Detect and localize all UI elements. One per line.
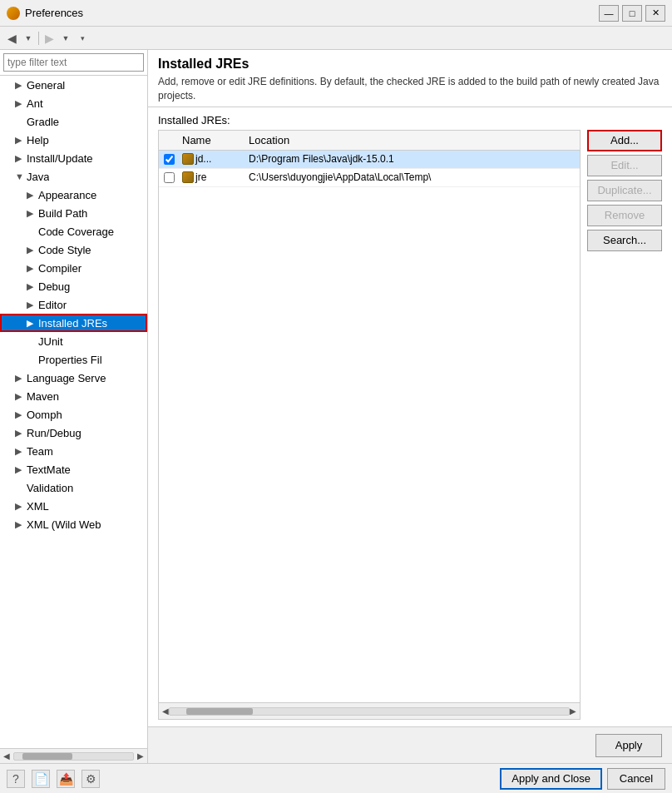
tree-arrow-debug: ▶ (27, 281, 38, 292)
footer-icons: ? 📄 📤 ⚙ (7, 770, 500, 788)
forward-button[interactable]: ▶ (41, 30, 57, 47)
tree-arrow-ant: ▶ (15, 98, 27, 109)
sidebar-item-code-coverage[interactable]: Code Coverage (0, 222, 147, 240)
search-box (0, 50, 147, 76)
tree-arrow-install-update: ▶ (15, 153, 27, 164)
tree-arrow-appearance: ▶ (27, 190, 38, 201)
sidebar-item-junit[interactable]: JUnit (0, 332, 147, 350)
settings-icon[interactable]: ⚙ (82, 770, 100, 788)
minimize-button[interactable]: — (599, 5, 619, 22)
hscroll-track[interactable] (169, 707, 570, 716)
close-button[interactable]: ✕ (645, 5, 665, 22)
sidebar-item-install-update[interactable]: ▶Install/Update (0, 149, 147, 167)
sidebar-item-run-debug[interactable]: ▶Run/Debug (0, 424, 147, 442)
help-icon[interactable]: ? (7, 770, 25, 788)
jres-buttons: Add... Edit... Duplicate... Remove Searc… (587, 130, 662, 720)
sidebar-item-team[interactable]: ▶Team (0, 442, 147, 460)
forward-dropdown-button[interactable]: ▼ (57, 30, 74, 47)
sidebar-item-compiler[interactable]: ▶Compiler (0, 259, 147, 277)
tree-arrow-textmate: ▶ (15, 464, 27, 475)
sidebar-item-general[interactable]: ▶General (0, 76, 147, 94)
sidebar-item-textmate[interactable]: ▶TextMate (0, 460, 147, 478)
apply-and-close-button[interactable]: Apply and Close (500, 768, 602, 790)
panel-content: Installed JREs: Name Location (148, 107, 672, 726)
sidebar-label-team: Team (27, 445, 53, 458)
hscroll-left[interactable]: ◀ (162, 706, 169, 716)
sidebar-scroll-right[interactable]: ▶ (137, 751, 144, 761)
sidebar-item-validation[interactable]: Validation (0, 478, 147, 497)
sidebar-item-code-style[interactable]: ▶Code Style (0, 240, 147, 259)
table-scrollbar: ◀ ▶ (159, 702, 580, 719)
sidebar-item-oomph[interactable]: ▶Oomph (0, 405, 147, 424)
tree-arrow-editor: ▶ (27, 300, 38, 310)
sidebar-item-debug[interactable]: ▶Debug (0, 277, 147, 295)
back-button[interactable]: ◀ (3, 30, 20, 47)
toolbar: ◀ ▼ ▶ ▼ ▾ (0, 27, 672, 50)
sidebar-item-installed-jres[interactable]: ▶Installed JREs (0, 314, 147, 332)
restore-defaults-icon[interactable]: 📄 (32, 770, 50, 788)
jre-checkbox-2[interactable] (164, 172, 175, 183)
tree-arrow-code-style: ▶ (27, 245, 38, 255)
sidebar-item-appearance[interactable]: ▶Appearance (0, 186, 147, 204)
sidebar-label-maven: Maven (27, 390, 59, 403)
td-location-1: D:\Program Files\Java\jdk-15.0.1 (245, 153, 580, 165)
duplicate-button[interactable]: Duplicate... (587, 180, 662, 201)
toolbar-separator (38, 32, 39, 45)
maximize-button[interactable]: □ (622, 5, 642, 22)
app-icon (7, 7, 20, 20)
bottom-bar: Apply (148, 726, 672, 763)
apply-button[interactable]: Apply (595, 734, 662, 757)
import-icon[interactable]: 📤 (57, 770, 75, 788)
sidebar-label-ant: Ant (27, 97, 43, 110)
sidebar-item-properties-fil[interactable]: Properties Fil (0, 350, 147, 369)
sidebar-item-maven[interactable]: ▶Maven (0, 387, 147, 405)
sidebar-item-xml[interactable]: ▶XML (0, 497, 147, 515)
sidebar-label-editor: Editor (38, 299, 67, 311)
footer-bar: ? 📄 📤 ⚙ Apply and Close Cancel (0, 763, 672, 793)
th-location: Location (245, 134, 580, 146)
cancel-button[interactable]: Cancel (607, 768, 665, 790)
main-container: ◀ ▼ ▶ ▼ ▾ ▶General▶AntGradle▶Help▶Instal… (0, 27, 672, 793)
back-dropdown-button[interactable]: ▼ (20, 30, 37, 47)
sidebar-item-editor[interactable]: ▶Editor (0, 295, 147, 314)
sidebar-label-code-style: Code Style (38, 244, 91, 256)
search-input[interactable] (3, 53, 144, 72)
jre-checkbox-1[interactable] (164, 154, 175, 165)
hscroll-right[interactable]: ▶ (570, 706, 576, 716)
tree-arrow-build-path: ▶ (27, 208, 38, 219)
sidebar-item-xml-wild-web[interactable]: ▶XML (Wild Web (0, 515, 147, 533)
tree-arrow-xml: ▶ (15, 501, 27, 512)
panel-header: Installed JREs Add, remove or edit JRE d… (148, 50, 672, 107)
sidebar-item-gradle[interactable]: Gradle (0, 112, 147, 131)
add-button[interactable]: Add... (587, 130, 662, 151)
sidebar-item-java[interactable]: ▼Java (0, 167, 147, 186)
jres-area: Name Location jd... (158, 130, 662, 720)
sidebar-label-run-debug: Run/Debug (27, 427, 82, 439)
sidebar-label-xml: XML (27, 500, 49, 513)
sidebar-item-language-serve[interactable]: ▶Language Serve (0, 369, 147, 387)
table-header: Name Location (159, 131, 580, 151)
remove-button[interactable]: Remove (587, 205, 662, 226)
table-row[interactable]: jd... D:\Program Files\Java\jdk-15.0.1 (159, 151, 580, 169)
edit-button[interactable]: Edit... (587, 155, 662, 176)
sidebar-label-properties-fil: Properties Fil (38, 354, 102, 366)
window-title: Preferences (25, 7, 599, 19)
sidebar-label-language-serve: Language Serve (27, 372, 106, 384)
tree-arrow-installed-jres: ▶ (27, 318, 38, 329)
sidebar-item-help[interactable]: ▶Help (0, 131, 147, 149)
sidebar-label-validation: Validation (27, 482, 73, 494)
td-name-1: jd... (179, 153, 245, 165)
sidebar-scroll-left[interactable]: ◀ (3, 751, 10, 761)
td-checkbox-1[interactable] (159, 154, 179, 165)
tree-arrow-team: ▶ (15, 446, 27, 457)
th-name: Name (179, 134, 245, 146)
sidebar-label-compiler: Compiler (38, 262, 82, 275)
menu-button[interactable]: ▾ (74, 30, 91, 47)
sidebar-label-appearance: Appearance (38, 189, 96, 201)
table-row[interactable]: jre C:\Users\duyongjie\AppData\Local\Tem… (159, 169, 580, 187)
td-checkbox-2[interactable] (159, 172, 179, 183)
sidebar-item-build-path[interactable]: ▶Build Path (0, 204, 147, 222)
sidebar: ▶General▶AntGradle▶Help▶Install/Update▼J… (0, 50, 148, 763)
sidebar-item-ant[interactable]: ▶Ant (0, 94, 147, 112)
search-button[interactable]: Search... (587, 230, 662, 251)
